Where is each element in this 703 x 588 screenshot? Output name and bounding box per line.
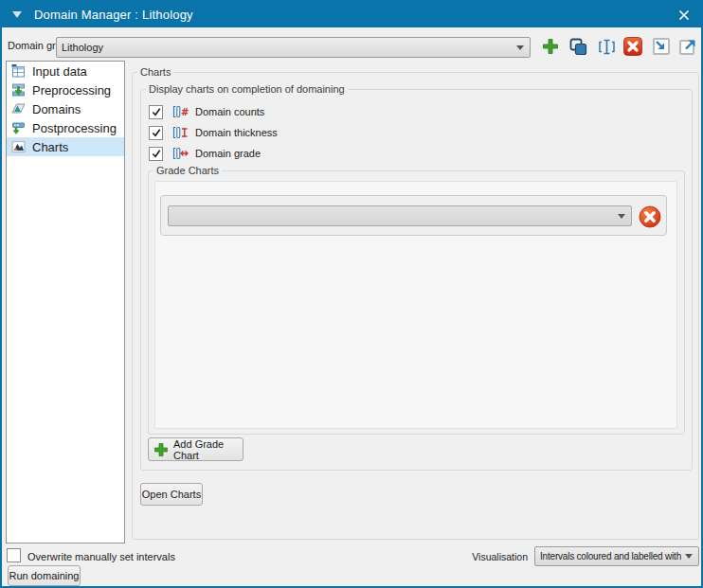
run-domaining-label: Run domaining [9,570,80,581]
collapse-triangle-icon[interactable] [12,11,22,18]
sidebar-item-domains[interactable]: Domains [7,99,124,118]
rename-domain-group-button[interactable] [595,35,618,58]
domain-thickness-icon [172,126,189,139]
sidebar-item-label: Preprocessing [32,83,111,98]
checkmark-icon [151,148,162,159]
export-domain-group-button[interactable] [676,35,699,58]
close-button[interactable] [673,5,695,25]
domain-manager-dialog: Domain Manager : Lithology Domain group … [0,0,703,588]
import-domain-group-button[interactable] [650,35,673,58]
window-title: Domain Manager : Lithology [34,8,193,22]
domain-group-dropdown[interactable]: Lithology [56,37,531,58]
delete-domain-group-button[interactable] [622,35,644,58]
domain-grade-icon [172,147,189,160]
domains-icon [10,101,27,116]
domain-group-value: Lithology [57,42,513,53]
sidebar-item-postprocessing[interactable]: Postprocessing [7,118,124,137]
chevron-down-icon [618,214,625,219]
sidebar-item-label: Domains [32,102,81,116]
add-grade-chart-button[interactable]: Add Grade Chart [148,437,243,461]
sidebar-item-label: Input data [32,64,87,79]
duplicate-icon [568,37,588,57]
grade-charts-group-title: Grade Charts [153,165,222,176]
sidebar-item-charts[interactable]: Charts [7,137,124,156]
delete-icon [622,36,643,57]
domain-counts-checkbox[interactable] [149,105,163,119]
import-icon [651,36,672,57]
chevron-down-icon [516,45,524,50]
sidebar-item-label: Postprocessing [32,121,117,135]
postprocessing-icon [10,120,27,135]
display-charts-groupbox: Display charts on completion of domainin… [140,89,693,471]
domain-counts-icon: # [172,105,189,118]
checkmark-icon [151,106,162,117]
open-charts-label: Open Charts [142,489,201,500]
charts-group-title: Charts [137,66,173,78]
grade-charts-list [154,181,677,429]
add-icon [541,37,560,56]
remove-grade-chart-button[interactable] [638,205,662,229]
close-icon [677,9,691,22]
grade-chart-item [160,195,667,236]
visualisation-dropdown[interactable]: Intervals coloured and labelled with com… [534,546,699,566]
display-group-title: Display charts on completion of domainin… [146,83,348,95]
domain-grade-checkbox[interactable] [149,147,163,161]
svg-text:#: # [181,107,189,117]
domain-thickness-row: Domain thickness [149,124,278,141]
export-icon [677,36,698,57]
overwrite-intervals-label: Overwrite manually set intervals [27,551,175,562]
duplicate-domain-group-button[interactable] [567,35,589,58]
rename-icon [597,37,617,57]
add-domain-group-button[interactable] [539,35,562,58]
domain-grade-label: Domain grade [195,148,261,159]
domain-grade-row: Domain grade [149,145,261,162]
table-icon [10,63,27,79]
run-domaining-button[interactable]: Run domaining [8,565,81,586]
sidebar-item-preprocessing[interactable]: Preprocessing [7,80,124,99]
domain-thickness-label: Domain thickness [195,127,278,138]
domain-thickness-checkbox[interactable] [149,126,163,140]
domain-counts-label: Domain counts [195,106,264,117]
section-list: Input data Preprocessing Domains [6,61,125,543]
grade-chart-dropdown[interactable] [168,205,632,226]
sidebar-item-label: Charts [32,140,68,154]
remove-icon [638,205,662,229]
overwrite-intervals-checkbox[interactable] [7,548,21,562]
grade-charts-groupbox: Grade Charts [148,170,685,435]
sidebar-item-input-data[interactable]: Input data [7,62,124,80]
add-grade-chart-label: Add Grade Chart [173,438,243,461]
checkmark-icon [151,127,162,138]
charts-groupbox: Charts Display charts on completion of d… [132,72,699,540]
chevron-down-icon [685,554,693,559]
preprocessing-icon [10,82,27,98]
domain-counts-row: # Domain counts [149,103,264,120]
add-icon [153,442,169,457]
titlebar: Domain Manager : Lithology [2,2,701,27]
open-charts-button[interactable]: Open Charts [140,483,203,506]
visualisation-value: Intervals coloured and labelled with com… [535,551,681,561]
chart-image-icon [10,139,27,154]
visualisation-label: Visualisation [438,551,528,562]
